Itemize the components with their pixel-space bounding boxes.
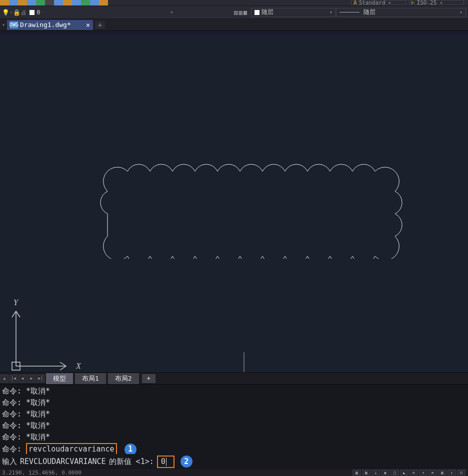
layer-tool-icons: ▤ ▥ ▦ xyxy=(234,9,247,16)
paste-icon[interactable] xyxy=(99,0,108,5)
cut-icon[interactable] xyxy=(81,0,90,5)
status-bar: 3.2190, 125.4696, 0.0000 ▦ ▦ ⊥ ◉ □ ◣ ⇆ +… xyxy=(0,469,468,476)
layout2-tab[interactable]: 布局2 xyxy=(108,373,139,384)
copy-icon[interactable] xyxy=(90,0,99,5)
icon-7[interactable] xyxy=(54,0,63,5)
cmd-line-highlighted: 命令: revcloudarcvariance 1 xyxy=(2,443,466,454)
close-tab-icon[interactable]: × xyxy=(86,21,90,29)
annotation-badge-2: 2 xyxy=(180,456,192,468)
text-caret xyxy=(166,458,166,466)
cmd-line: 命令: *取消* xyxy=(2,386,466,397)
coordinates: 3.2190, 125.4696, 0.0000 xyxy=(2,470,82,476)
dyn-button[interactable]: ⇆ xyxy=(410,470,418,476)
bylayer-linetype-dropdown[interactable]: 随层 ▾ xyxy=(336,8,466,17)
lock-icon[interactable]: 🔒 xyxy=(13,9,20,16)
print-icon[interactable] xyxy=(27,0,36,5)
document-tab-label: Drawing1.dwg* xyxy=(20,21,71,28)
text-style-dropdown[interactable]: A Standard ▾ xyxy=(351,0,406,5)
layout-first-button[interactable]: |◀ xyxy=(10,375,18,383)
lwt-button[interactable]: + xyxy=(419,470,428,476)
command-highlighted: revcloudarcvariance xyxy=(26,443,117,454)
chevron-down-icon: ▾ xyxy=(170,9,173,15)
document-tab-row: ▾ DWG Drawing1.dwg* × + xyxy=(0,19,468,31)
text-style-value: Standard xyxy=(359,0,386,6)
cmd-line: 命令: *取消* xyxy=(2,432,466,443)
sun-icon[interactable]: ☀ xyxy=(10,9,13,16)
style-dropdowns: A Standard ▾ ⊢ ISO-25 ▾ xyxy=(351,0,464,5)
grid-button[interactable]: ▦ xyxy=(362,470,370,476)
icon-9[interactable] xyxy=(72,0,81,5)
status-btn-9[interactable]: ≡ xyxy=(428,470,437,476)
text-style-icon: A xyxy=(354,0,357,6)
snap-button[interactable]: ▦ xyxy=(352,470,361,476)
tab-list-toggle[interactable]: ▾ xyxy=(0,21,7,28)
icon-5[interactable] xyxy=(36,0,45,5)
svg-text:Y: Y xyxy=(14,298,19,307)
new-icon[interactable] xyxy=(0,0,9,5)
command-input[interactable]: 0 xyxy=(157,456,174,468)
chevron-down-icon: ▾ xyxy=(460,9,462,15)
save-icon[interactable] xyxy=(9,0,18,5)
status-btn-11[interactable]: ↕ xyxy=(448,470,456,476)
bylayer-label-1: 随层 xyxy=(262,8,274,16)
dwg-file-icon: DWG xyxy=(10,21,18,28)
chevron-down-icon: ▾ xyxy=(440,0,442,5)
linetype-preview xyxy=(340,12,360,12)
add-layout-button[interactable]: + xyxy=(142,374,156,383)
layer-dropdown[interactable]: 0 ▾ xyxy=(26,9,176,16)
document-tab[interactable]: DWG Drawing1.dwg* × xyxy=(7,20,93,30)
ucs-icon: X Y xyxy=(6,296,86,376)
status-btn-10[interactable]: ▣ xyxy=(438,470,446,476)
layout-up-button[interactable]: ▲ xyxy=(0,375,8,383)
bylayer-color-dropdown[interactable]: 随层 ▾ xyxy=(251,8,336,17)
polar-button[interactable]: ◉ xyxy=(381,470,390,476)
command-history: 命令: *取消* 命令: *取消* 命令: *取消* 命令: *取消* 命令: … xyxy=(0,384,468,454)
svg-text:X: X xyxy=(76,362,82,370)
dim-style-dropdown[interactable]: ⊢ ISO-25 ▾ xyxy=(409,0,464,5)
command-input-row: 输入 REVCLOUDARCVARIANCE 的新值 <1>: 0 2 xyxy=(0,454,468,469)
ortho-button[interactable]: ⊥ xyxy=(372,470,380,476)
revision-cloud xyxy=(98,154,422,259)
new-tab-button[interactable]: + xyxy=(95,21,105,29)
layout-last-button[interactable]: ▶| xyxy=(36,375,44,383)
cmd-line: 命令: *取消* xyxy=(2,409,466,420)
osnap-button[interactable]: □ xyxy=(390,470,399,476)
model-tab[interactable]: 模型 xyxy=(46,373,73,384)
chevron-down-icon: ▾ xyxy=(388,0,392,5)
dim-style-icon: ⊢ xyxy=(412,0,415,6)
prompt-var: REVCLOUDARCVARIANCE xyxy=(20,457,106,466)
color-swatch xyxy=(254,10,260,15)
layer-color-swatch xyxy=(30,10,34,15)
status-btn-12[interactable]: ⊡ xyxy=(457,470,466,476)
plus-icon: + xyxy=(98,21,102,29)
icon-8[interactable] xyxy=(63,0,72,5)
prompt-text-1: 输入 xyxy=(2,457,17,467)
view-tabs: ▲ |◀ ◀ ▶ ▶| 模型 布局1 布局2 + xyxy=(0,372,468,384)
layer-tool-3-icon[interactable]: ▦ xyxy=(244,9,247,16)
layer-tool-1-icon[interactable]: ▤ xyxy=(234,9,238,16)
dim-style-value: ISO-25 xyxy=(417,0,437,6)
layout1-tab[interactable]: 布局1 xyxy=(75,373,106,384)
print-icon[interactable]: 🖨 xyxy=(20,9,26,16)
icon-6[interactable] xyxy=(45,0,54,5)
layer-name: 0 xyxy=(36,9,40,16)
cmd-line: 命令: *取消* xyxy=(2,397,466,409)
command-input-value: 0 xyxy=(161,457,166,466)
otrack-button[interactable]: ◣ xyxy=(400,470,408,476)
open-icon[interactable] xyxy=(18,0,27,5)
bylayer-label-2: 随层 xyxy=(364,8,376,16)
toolbar-top: A Standard ▾ ⊢ ISO-25 ▾ xyxy=(0,0,468,6)
layer-tool-2-icon[interactable]: ▥ xyxy=(239,9,242,16)
drawing-canvas[interactable]: X Y xyxy=(0,34,468,377)
layout-prev-button[interactable]: ◀ xyxy=(18,375,26,383)
chevron-down-icon: ▾ xyxy=(330,9,332,15)
annotation-badge-1: 1 xyxy=(124,444,136,455)
cmd-line: 命令: *取消* xyxy=(2,420,466,432)
toolbar-layers: 💡 ☀ 🔒 🖨 0 ▾ ▤ ▥ ▦ 随层 ▾ 随层 ▾ xyxy=(0,6,468,19)
lightbulb-on-icon[interactable]: 💡 xyxy=(2,9,10,16)
crosshair-cursor xyxy=(220,346,270,376)
layout-next-button[interactable]: ▶ xyxy=(28,375,36,383)
prompt-text-2: 的新值 <1>: xyxy=(109,457,154,467)
